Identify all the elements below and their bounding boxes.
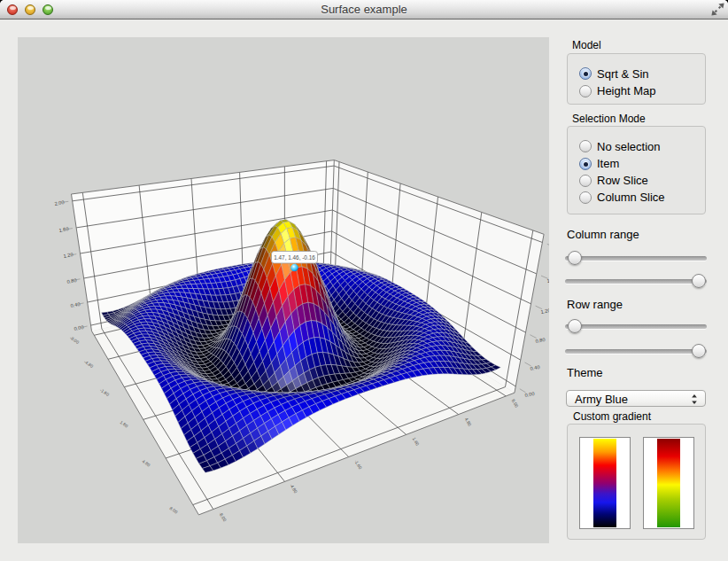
svg-text:1.47, 1.46, -0.16: 1.47, 1.46, -0.16 (274, 254, 315, 261)
svg-text:1.60: 1.60 (546, 277, 549, 284)
